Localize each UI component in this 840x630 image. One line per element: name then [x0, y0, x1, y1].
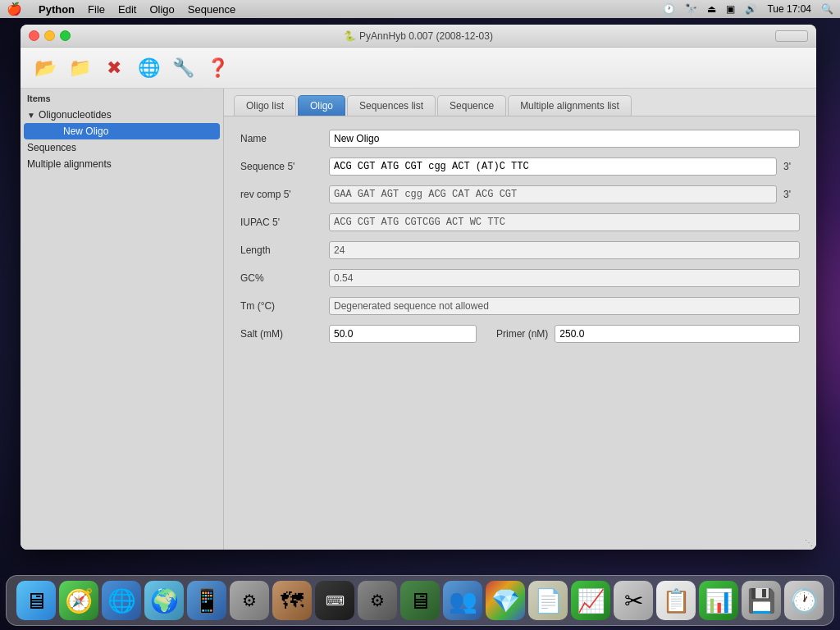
- menu-file[interactable]: File: [88, 3, 105, 16]
- dock-doc[interactable]: 📋: [656, 581, 696, 620]
- close-button[interactable]: [29, 30, 39, 41]
- iupac-row: IUPAC 5': [240, 213, 800, 231]
- salt-label: Salt (mM): [240, 328, 322, 340]
- tab-oligo-list[interactable]: Oligo list: [234, 95, 296, 116]
- tree-item-label-new-oligo: New Oligo: [63, 126, 108, 137]
- titlebar: 🐍 PyAnnHyb 0.007 (2008-12-03): [21, 25, 816, 48]
- dock-spectrum[interactable]: 💎: [486, 581, 525, 620]
- save-button[interactable]: 📁: [65, 53, 94, 83]
- name-input[interactable]: [329, 130, 800, 148]
- iupac-label: IUPAC 5': [240, 217, 322, 228]
- delete-icon: ✖: [107, 57, 121, 79]
- tab-multiple-alignments-list[interactable]: Multiple alignments list: [508, 95, 632, 116]
- titlebar-accessory: [775, 30, 808, 42]
- length-row: Length: [240, 241, 800, 259]
- revcomp-row: rev comp 5' 3': [240, 185, 800, 203]
- revcomp-prime: 3': [783, 189, 800, 200]
- sidebar-tree: ▼ Oligonucleotides New Oligo Sequences M…: [21, 107, 223, 550]
- open-folder-icon: 📂: [34, 57, 57, 79]
- volume-icon: 🔊: [745, 3, 757, 15]
- clock-display: Tue 17:04: [767, 3, 811, 15]
- name-label: Name: [240, 133, 322, 144]
- tools-button[interactable]: 🔧: [168, 53, 198, 83]
- menubar: 🍎 Python File Edit Oligo Sequence 🕐 🔭 ⏏ …: [0, 0, 840, 18]
- gc-label: GC%: [240, 272, 322, 284]
- menu-sequence[interactable]: Sequence: [188, 3, 236, 16]
- dock-network[interactable]: 🌐: [102, 581, 141, 620]
- dock-globe[interactable]: 🌍: [144, 581, 184, 620]
- revcomp-label: rev comp 5': [240, 189, 322, 200]
- dock-finder[interactable]: 🖥: [16, 581, 56, 620]
- tools-icon: 🔧: [172, 57, 194, 79]
- eject-icon: ⏏: [707, 3, 716, 15]
- dock-hdd[interactable]: 💾: [742, 581, 781, 620]
- dock-map[interactable]: 🗺: [272, 581, 312, 620]
- dock: 🖥 🧭 🌐 🌍 📱 ⚙ 🗺 ⌨ ⚙ 🖥 👥 💎 📄 📈 ✂ 📋 📊 💾 🕐: [6, 575, 834, 626]
- tab-sequence[interactable]: Sequence: [437, 95, 506, 116]
- tm-label: Tm (°C): [240, 300, 322, 312]
- menu-python[interactable]: Python: [39, 3, 75, 16]
- spotlight-icon[interactable]: 🔍: [821, 3, 833, 15]
- revcomp-input: [329, 185, 777, 203]
- window-buttons: [29, 30, 71, 41]
- menu-oligo[interactable]: Oligo: [149, 3, 174, 16]
- iupac-input: [329, 213, 800, 231]
- time-machine-icon: 🕐: [663, 3, 675, 15]
- salt-input[interactable]: [329, 325, 477, 343]
- gc-row: GC%: [240, 269, 800, 287]
- apple-menu[interactable]: 🍎: [7, 2, 22, 16]
- tm-input: [329, 297, 800, 315]
- minimize-button[interactable]: [44, 30, 55, 41]
- dock-pages[interactable]: 📄: [528, 581, 568, 620]
- dock-heartrate[interactable]: 📈: [571, 581, 610, 620]
- network-icon: 🌐: [138, 57, 160, 79]
- resize-handle[interactable]: ⋱: [805, 538, 815, 548]
- content-area: Items ▼ Oligonucleotides New Oligo Seque…: [21, 89, 816, 550]
- delete-button[interactable]: ✖: [99, 53, 129, 83]
- network-button[interactable]: 🌐: [134, 53, 163, 83]
- dock-terminal[interactable]: ⌨: [315, 581, 354, 620]
- dock-server[interactable]: 🖥: [400, 581, 440, 620]
- tab-oligo[interactable]: Oligo: [298, 95, 345, 116]
- help-button[interactable]: ❓: [203, 53, 232, 83]
- tree-item-label-sequences: Sequences: [27, 142, 76, 153]
- menubar-right: 🕐 🔭 ⏏ ▣ 🔊 Tue 17:04 🔍: [663, 3, 833, 15]
- sequence-row: Sequence 5' 3': [240, 158, 800, 176]
- tree-arrow-icon: ▼: [27, 111, 39, 120]
- sidebar-item-oligonucleotides[interactable]: ▼ Oligonucleotides: [21, 107, 223, 123]
- toolbar: 📂 📁 ✖ 🌐 🔧 ❓: [21, 48, 816, 89]
- dock-app[interactable]: 📱: [187, 581, 226, 620]
- dock-monitor[interactable]: 📊: [699, 581, 738, 620]
- sidebar-item-sequences[interactable]: Sequences: [21, 139, 223, 156]
- tm-row: Tm (°C): [240, 297, 800, 315]
- sidebar-header: Items: [21, 89, 223, 107]
- open-folder-button[interactable]: 📂: [30, 53, 60, 83]
- monitor-icon: ▣: [726, 3, 735, 15]
- tab-bar: Oligo list Oligo Sequences list Sequence…: [224, 89, 816, 116]
- dock-scissors[interactable]: ✂: [614, 581, 653, 620]
- menu-edit[interactable]: Edit: [118, 3, 136, 16]
- binoculars-icon: 🔭: [685, 3, 697, 15]
- gc-input: [329, 269, 800, 287]
- dock-people[interactable]: 👥: [443, 581, 482, 620]
- sidebar-item-new-oligo[interactable]: New Oligo: [24, 123, 220, 139]
- dock-settings[interactable]: ⚙: [358, 581, 397, 620]
- dock-clock[interactable]: 🕐: [784, 581, 824, 620]
- primer-input[interactable]: [555, 325, 800, 343]
- form-area: Name Sequence 5' 3' rev comp 5' 3': [224, 116, 816, 550]
- save-icon: 📁: [69, 57, 91, 79]
- tree-item-label-alignments: Multiple alignments: [27, 158, 112, 170]
- maximize-button[interactable]: [60, 30, 71, 41]
- length-input: [329, 241, 800, 259]
- app-window: 🐍 PyAnnHyb 0.007 (2008-12-03) 📂 📁 ✖ 🌐 🔧 …: [21, 25, 816, 550]
- sequence-prime: 3': [783, 161, 800, 172]
- sidebar-item-multiple-alignments[interactable]: Multiple alignments: [21, 156, 223, 172]
- tab-sequences-list[interactable]: Sequences list: [347, 95, 436, 116]
- salt-primer-row: Salt (mM) Primer (nM): [240, 325, 800, 343]
- dock-safari[interactable]: 🧭: [59, 581, 98, 620]
- sequence-input[interactable]: [329, 158, 777, 176]
- name-row: Name: [240, 130, 800, 148]
- length-label: Length: [240, 244, 322, 256]
- dock-gear[interactable]: ⚙: [230, 581, 269, 620]
- primer-label: Primer (nM): [496, 328, 548, 340]
